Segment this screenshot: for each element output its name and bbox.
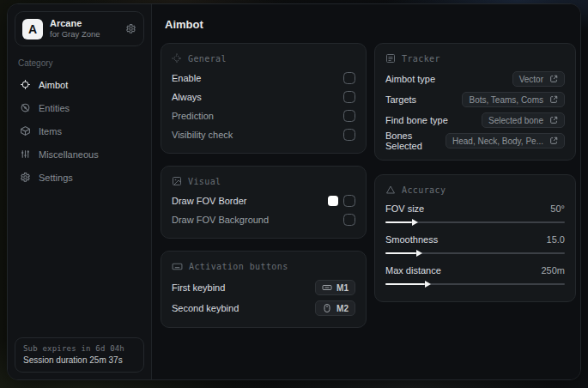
setting-row: Draw FOV Background <box>172 210 355 229</box>
slider-label: Smoothness <box>385 234 438 245</box>
prediction-checkbox[interactable] <box>343 110 355 122</box>
sidebar: A Arcane for Gray Zone Category <box>8 4 152 379</box>
fov-size-slider[interactable] <box>385 221 565 223</box>
sidebar-item-settings[interactable]: Settings <box>15 166 144 189</box>
main-panel: Aimbot General <box>152 4 580 379</box>
targets-dropdown[interactable]: Bots, Teams, Coms <box>462 92 565 107</box>
second-keybind-button[interactable]: M2 <box>315 300 355 316</box>
expand-icon <box>549 116 558 124</box>
dropdown-value: Bots, Teams, Coms <box>469 95 543 105</box>
crosshair-icon <box>20 79 31 90</box>
find-bone-type-dropdown[interactable]: Selected bone <box>482 112 565 128</box>
setting-row: Targets Bots, Teams, Coms <box>385 89 565 110</box>
sidebar-item-entities[interactable]: Entities <box>15 96 144 119</box>
slider-fill <box>385 252 416 254</box>
setting-row: Bones Selected Head, Neck, Body, Pe... <box>385 130 565 151</box>
tracker-card: Tracker Aimbot type Vector <box>374 43 576 161</box>
sidebar-nav: Aimbot Entities It <box>15 73 144 189</box>
setting-label: Bones Selected <box>385 130 446 151</box>
brand-subtitle: for Gray Zone <box>50 29 118 39</box>
sidebar-item-label: Items <box>39 126 62 136</box>
fov-size-slider-group: FOV size 50° <box>385 200 565 223</box>
sidebar-item-label: Miscellaneous <box>39 149 99 160</box>
setting-row: Always <box>172 88 355 106</box>
dropdown-value: Selected bone <box>488 116 543 125</box>
gear-icon[interactable] <box>125 23 136 34</box>
dropdown-value: Vector <box>519 75 543 84</box>
activation-card: Activation buttons First keybind M1 <box>161 251 367 328</box>
smoothness-slider-group: Smoothness 15.0 <box>385 231 565 254</box>
keybind-value: M1 <box>336 283 349 293</box>
accuracy-card-title: Accuracy <box>402 185 446 195</box>
setting-row: Aimbot type Vector <box>385 69 565 89</box>
sidebar-item-miscellaneous[interactable]: Miscellaneous <box>15 142 144 166</box>
setting-row: Second keybind M2 <box>172 298 355 318</box>
brand-name: Arcane <box>50 18 118 29</box>
sidebar-item-aimbot[interactable]: Aimbot <box>15 73 144 96</box>
always-checkbox[interactable] <box>343 91 355 103</box>
setting-row: Find bone type Selected bone <box>385 110 565 130</box>
sidebar-item-items[interactable]: Items <box>15 119 144 142</box>
setting-label: Draw FOV Border <box>172 196 246 206</box>
setting-label: Visibility check <box>172 130 233 140</box>
setting-label: Aimbot type <box>385 74 435 84</box>
session-duration-text: Session duration 25m 37s <box>23 355 136 365</box>
setting-label: First keybind <box>172 282 225 293</box>
setting-label: Find bone type <box>385 115 448 125</box>
draw-fov-background-checkbox[interactable] <box>343 214 355 226</box>
fov-border-color-swatch[interactable] <box>328 196 338 206</box>
keyboard-icon <box>172 261 183 272</box>
slider-fill <box>385 283 425 285</box>
bones-selected-dropdown[interactable]: Head, Neck, Body, Pe... <box>446 133 565 149</box>
dropdown-value: Head, Neck, Body, Pe... <box>452 136 543 146</box>
session-card: Sub expires in 6d 04h Session duration 2… <box>15 337 144 373</box>
smoothness-slider[interactable] <box>385 252 565 254</box>
slider-value: 50° <box>550 203 565 214</box>
sidebar-item-label: Entities <box>39 103 70 113</box>
setting-row: Enable <box>172 69 355 88</box>
visibility-check-checkbox[interactable] <box>343 129 355 141</box>
package-icon <box>20 125 31 136</box>
draw-fov-border-checkbox[interactable] <box>343 195 355 207</box>
keybind-value: M2 <box>336 304 349 313</box>
general-card-title: General <box>188 54 227 64</box>
slider-value: 15.0 <box>547 234 565 245</box>
first-keybind-button[interactable]: M1 <box>315 280 355 295</box>
visual-card: Visual Draw FOV Border Draw FOV Backgrou… <box>161 166 367 239</box>
mouse-icon <box>322 303 332 313</box>
gear-icon <box>20 172 31 183</box>
image-icon <box>172 176 182 186</box>
setting-row: Visibility check <box>172 125 355 144</box>
setting-label: Prediction <box>172 111 214 121</box>
setting-row: Draw FOV Border <box>172 191 355 210</box>
brand-card: A Arcane for Gray Zone <box>15 11 144 46</box>
enable-checkbox[interactable] <box>343 72 355 84</box>
setting-label: Draw FOV Background <box>172 215 269 225</box>
triangle-icon <box>385 185 396 195</box>
category-label: Category <box>18 58 141 68</box>
general-card-header: General <box>172 53 355 64</box>
aimbot-type-dropdown[interactable]: Vector <box>512 71 565 87</box>
expand-icon <box>549 95 558 104</box>
sliders-icon <box>20 149 31 160</box>
tracker-card-header: Tracker <box>385 53 565 64</box>
max-distance-slider-group: Max distance 250m <box>385 262 565 285</box>
slider-fill <box>385 221 412 223</box>
crosshair-dotted-icon <box>172 53 182 64</box>
slider-label: Max distance <box>385 265 441 276</box>
slider-value: 250m <box>541 265 565 276</box>
max-distance-slider[interactable] <box>385 283 565 285</box>
cheat-menu-window: A Arcane for Gray Zone Category <box>7 3 581 380</box>
right-column: Tracker Aimbot type Vector <box>374 43 576 302</box>
list-box-icon <box>385 53 396 64</box>
general-card: General Enable Always Prediction <box>161 43 367 154</box>
setting-label: Second keybind <box>172 303 239 313</box>
keyboard-icon <box>322 282 332 293</box>
activation-card-title: Activation buttons <box>189 262 288 271</box>
setting-row: Prediction <box>172 106 355 125</box>
setting-label: Enable <box>172 73 201 83</box>
tracker-card-title: Tracker <box>402 54 440 64</box>
brand-logo: A <box>22 19 43 39</box>
accuracy-card: Accuracy FOV size 50° <box>374 174 576 302</box>
page-title: Aimbot <box>165 18 576 31</box>
